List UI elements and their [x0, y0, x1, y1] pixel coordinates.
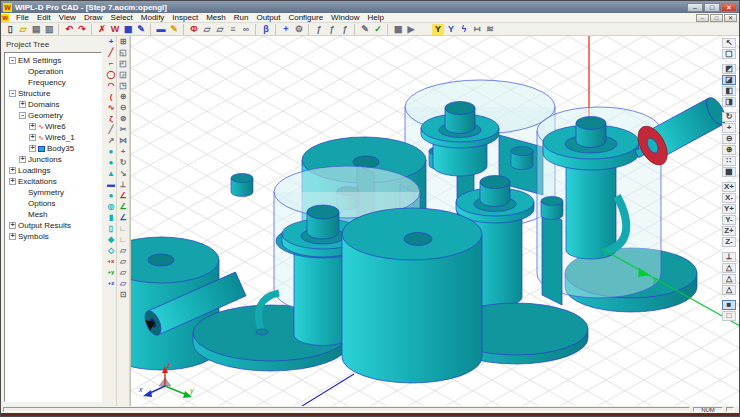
tree-item-em-settings[interactable]: -EM Settings: [5, 55, 101, 66]
cs-z-icon[interactable]: ∠: [117, 212, 129, 223]
cs-global-icon[interactable]: ⟂: [117, 179, 129, 190]
line-icon[interactable]: ╱: [105, 47, 117, 58]
expander[interactable]: -: [9, 57, 16, 64]
freehand-icon[interactable]: ζ: [105, 113, 117, 124]
sweep-3-icon[interactable]: ƒ: [339, 24, 351, 35]
prism-icon[interactable]: ▲: [105, 168, 117, 179]
intersect-icon[interactable]: ⊗: [117, 113, 129, 124]
x-plus-button[interactable]: X+: [722, 182, 736, 192]
tree-item-symmetry[interactable]: Symmetry: [5, 187, 101, 198]
probe-icon[interactable]: ∺: [471, 24, 483, 35]
tree-item-domains[interactable]: +Domains: [5, 99, 101, 110]
extrude-icon[interactable]: ⊞: [117, 36, 129, 47]
expander[interactable]: +: [29, 134, 36, 141]
tree-item-output-results[interactable]: +Output Results: [5, 220, 101, 231]
cs-x-icon[interactable]: ∠: [117, 190, 129, 201]
sweep-2-icon[interactable]: ƒ: [326, 24, 338, 35]
loft-icon[interactable]: ◲: [117, 69, 129, 80]
dimension-icon[interactable]: ↗: [105, 135, 117, 146]
layers-icon[interactable]: ≡: [227, 24, 239, 35]
table-icon[interactable]: ▦: [392, 24, 404, 35]
arc-icon[interactable]: ◠: [105, 80, 117, 91]
gear-icon[interactable]: ⚙: [293, 24, 305, 35]
project-tree[interactable]: -EM Settings Operation Frequency -Struct…: [4, 52, 102, 402]
menu-draw[interactable]: Draw: [80, 13, 107, 23]
tree-item-wire6[interactable]: +∿Wire6: [5, 121, 101, 132]
y-plus-button[interactable]: Y+: [722, 204, 736, 214]
view-cube-4-icon[interactable]: ◨: [722, 97, 736, 107]
shaded-view-icon[interactable]: ■: [722, 300, 736, 310]
expander[interactable]: +: [9, 167, 16, 174]
mirror-icon[interactable]: ⋈: [117, 135, 129, 146]
tree-item-symbols[interactable]: +Symbols: [5, 231, 101, 242]
cs-y-icon[interactable]: ∠: [117, 201, 129, 212]
beta-icon[interactable]: β: [260, 24, 272, 35]
big-cylinder-front[interactable]: [342, 208, 482, 383]
lightning-icon[interactable]: ϟ: [458, 24, 470, 35]
tree-item-loadings[interactable]: +Loadings: [5, 165, 101, 176]
menu-run[interactable]: Run: [230, 13, 253, 23]
open-file-icon[interactable]: ▱: [17, 24, 29, 35]
menu-view[interactable]: View: [55, 13, 80, 23]
redo-icon[interactable]: ↷: [76, 24, 88, 35]
child-minimize-button[interactable]: –: [696, 14, 709, 22]
zoom-fit-icon[interactable]: ∷: [722, 156, 736, 166]
lasso-select-icon[interactable]: ▢: [722, 49, 736, 59]
sweep-1-icon[interactable]: ƒ: [313, 24, 325, 35]
zoom-window-icon[interactable]: ⊕: [722, 145, 736, 155]
view-cube-3-icon[interactable]: ◧: [722, 86, 736, 96]
layer-4-icon[interactable]: ▱: [117, 278, 129, 289]
expander[interactable]: -: [9, 90, 16, 97]
axes-triad-icon[interactable]: ⟂: [722, 252, 736, 262]
expander[interactable]: +: [9, 178, 16, 185]
iso-view-3-icon[interactable]: △: [722, 285, 736, 295]
minimize-button[interactable]: –: [687, 3, 703, 12]
undo-icon[interactable]: ↶: [63, 24, 75, 35]
menu-output[interactable]: Output: [252, 13, 284, 23]
snap-icon[interactable]: ⊡: [117, 289, 129, 300]
iso-view-1-icon[interactable]: △: [722, 263, 736, 273]
rotate-view-icon[interactable]: ↻: [722, 112, 736, 122]
expander[interactable]: +: [19, 101, 26, 108]
view-cube-2-icon[interactable]: ◪: [722, 75, 736, 85]
pan-view-icon[interactable]: +: [722, 123, 736, 133]
ellipsoid-icon[interactable]: ●: [105, 157, 117, 168]
cs-face-icon[interactable]: ∟: [117, 234, 129, 245]
cut-icon[interactable]: ✂: [117, 124, 129, 135]
wireframe-view-icon[interactable]: □: [722, 311, 736, 321]
menu-window[interactable]: Window: [327, 13, 363, 23]
palette-icon[interactable]: ▦: [122, 24, 134, 35]
revolve-icon[interactable]: ◱: [117, 47, 129, 58]
print-icon[interactable]: ▥: [43, 24, 55, 35]
measure-icon[interactable]: ╱: [105, 124, 117, 135]
cone-icon[interactable]: ◆: [105, 234, 117, 245]
camera-view-icon[interactable]: ▩: [722, 167, 736, 177]
iris-wall[interactable]: [542, 210, 562, 305]
z-plus-button[interactable]: Z+: [722, 226, 736, 236]
phi-icon[interactable]: Φ: [188, 24, 200, 35]
disc-icon[interactable]: ●: [105, 190, 117, 201]
cone-2-icon[interactable]: ◇: [105, 245, 117, 256]
tree-item-body35[interactable]: +Body35: [5, 143, 101, 154]
menu-help[interactable]: Help: [364, 13, 388, 23]
close-button[interactable]: ✕: [721, 3, 737, 12]
tree-item-frequency[interactable]: Frequency: [5, 77, 101, 88]
zoom-out-icon[interactable]: ⊖: [722, 134, 736, 144]
x-minus-button[interactable]: X-: [722, 193, 736, 203]
radiation-icon[interactable]: ≋: [484, 24, 496, 35]
polyline-icon[interactable]: ⌐: [105, 58, 117, 69]
menu-select[interactable]: Select: [107, 13, 137, 23]
excitation-icon[interactable]: Y: [432, 24, 444, 35]
menu-inspect[interactable]: Inspect: [168, 13, 202, 23]
arc-segment-icon[interactable]: (: [105, 91, 117, 102]
title-bar[interactable]: W WIPL-D Pro CAD - [Step 7.aocm:opengl] …: [1, 1, 739, 13]
subtract-icon[interactable]: ⊖: [117, 102, 129, 113]
rotor-icon[interactable]: +: [280, 24, 292, 35]
model-viewport[interactable]: y z y x: [130, 36, 739, 406]
expander[interactable]: +: [9, 222, 16, 229]
cylinder-icon[interactable]: ▮: [105, 212, 117, 223]
maximize-button[interactable]: □: [704, 3, 720, 12]
run-icon[interactable]: ▶: [405, 24, 417, 35]
tree-item-geometry[interactable]: -Geometry: [5, 110, 101, 121]
translate-z-icon[interactable]: +z: [105, 278, 117, 289]
